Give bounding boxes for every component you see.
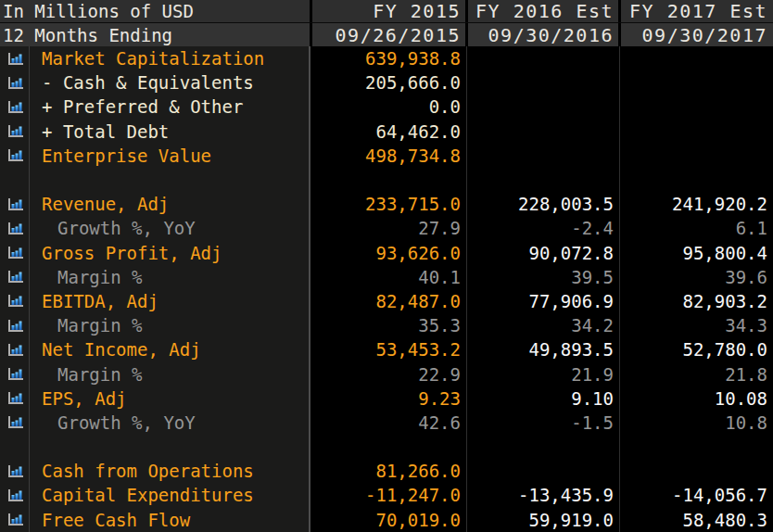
table-row: Market Capitalization639,938.8: [0, 46, 773, 70]
value-cell: 81,266.0: [310, 461, 465, 481]
table-row: Revenue, Adj233,715.0228,003.5241,920.2: [0, 192, 773, 216]
row-gutter: [0, 488, 30, 502]
table-body: Market Capitalization639,938.8- Cash & E…: [0, 46, 773, 532]
value-cell: 228,003.5: [465, 194, 618, 214]
value-cell: 58,480.3: [618, 510, 773, 530]
table-row: Margin %22.921.921.8: [0, 361, 773, 386]
value-cell: -13,435.9: [465, 485, 618, 505]
bar-chart-icon[interactable]: [7, 100, 24, 114]
value-cell: 53,453.2: [310, 339, 465, 360]
table-row: Gross Profit, Adj93,626.090,072.895,800.…: [0, 241, 773, 265]
row-label: Margin %: [30, 315, 310, 336]
row-gutter: [0, 100, 30, 114]
row-gutter: [0, 52, 30, 66]
bar-chart-icon[interactable]: [7, 148, 24, 162]
value-cell: 21.8: [618, 364, 773, 385]
bar-chart-icon[interactable]: [7, 415, 24, 429]
table-row: EPS, Adj9.239.1010.08: [0, 386, 773, 411]
table-row: Enterprise Value498,734.8: [0, 144, 773, 168]
value-cell: 90,072.8: [465, 243, 618, 263]
row-gutter: [0, 197, 30, 211]
bar-chart-icon[interactable]: [7, 124, 24, 138]
row-label: Growth %, YoY: [30, 218, 310, 238]
row-label: Margin %: [30, 267, 310, 287]
bar-chart-icon[interactable]: [7, 76, 24, 90]
table-row: + Total Debt64,462.0: [0, 120, 773, 144]
value-cell: 93,626.0: [310, 243, 465, 263]
value-cell: 39.5: [465, 267, 618, 287]
row-gutter: [0, 148, 30, 162]
bar-chart-icon[interactable]: [7, 319, 24, 333]
bar-chart-icon[interactable]: [7, 246, 24, 260]
value-cell: 9.10: [465, 388, 618, 409]
bar-chart-icon[interactable]: [7, 488, 24, 502]
table-row: EBITDA, Adj82,487.077,906.982,903.2: [0, 289, 773, 313]
row-gutter: [0, 222, 30, 235]
value-cell: -2.4: [465, 218, 618, 238]
row-gutter: [0, 391, 30, 405]
row-gutter: [0, 367, 30, 381]
bar-chart-icon[interactable]: [7, 222, 24, 235]
row-label: Net Income, Adj: [30, 339, 310, 360]
value-cell: 21.9: [465, 364, 618, 385]
bar-chart-icon[interactable]: [7, 367, 24, 381]
bar-chart-icon[interactable]: [7, 343, 24, 357]
column-date-fy2017: 09/30/2017: [621, 23, 773, 46]
table-row: Margin %40.139.539.6: [0, 265, 773, 289]
bar-chart-icon[interactable]: [7, 391, 24, 405]
table-row: Net Income, Adj53,453.249,893.552,780.0: [0, 337, 773, 361]
table-row: - Cash & Equivalents205,666.0: [0, 70, 773, 95]
value-cell: 95,800.4: [618, 243, 773, 263]
row-label: Gross Profit, Adj: [30, 243, 310, 263]
table-body-area: Market Capitalization639,938.8- Cash & E…: [0, 46, 773, 532]
value-cell: -14,056.7: [618, 485, 773, 505]
value-cell: 27.9: [310, 218, 465, 238]
column-date-fy2015: 09/26/2015: [312, 23, 465, 46]
value-cell: 82,903.2: [618, 291, 773, 311]
row-gutter: [0, 270, 30, 284]
column-header-fy2017: FY 2017 Est: [621, 0, 773, 22]
table-row: Margin %35.334.234.3: [0, 313, 773, 337]
row-gutter: [0, 124, 30, 138]
value-cell: 10.08: [618, 388, 773, 409]
row-label: - Cash & Equivalents: [30, 72, 310, 93]
row-label: Capital Expenditures: [30, 485, 310, 505]
row-label: Growth %, YoY: [30, 412, 310, 433]
bar-chart-icon[interactable]: [7, 464, 24, 478]
table-row: Cash from Operations81,266.0: [0, 459, 773, 483]
bar-chart-icon[interactable]: [7, 197, 24, 211]
row-label: Enterprise Value: [30, 146, 310, 166]
table-row: [0, 168, 773, 192]
value-cell: 39.6: [618, 267, 773, 287]
value-cell: 52,780.0: [618, 339, 773, 360]
value-cell: 40.1: [310, 267, 465, 287]
row-gutter: [0, 246, 30, 260]
table-row: Growth %, YoY42.6-1.510.8: [0, 411, 773, 435]
value-cell: 42.6: [310, 412, 465, 433]
bar-chart-icon[interactable]: [7, 513, 24, 526]
value-cell: 6.1: [618, 218, 773, 238]
value-cell: 49,893.5: [465, 339, 618, 360]
value-cell: 70,019.0: [310, 510, 465, 530]
period-ending-header: 12 Months Ending: [0, 23, 310, 46]
table-row: [0, 435, 773, 459]
value-cell: 233,715.0: [310, 194, 465, 214]
value-cell: 9.23: [310, 388, 465, 409]
value-cell: 10.8: [618, 412, 773, 433]
value-cell: 64,462.0: [310, 121, 465, 142]
bar-chart-icon[interactable]: [7, 52, 24, 66]
value-cell: 498,734.8: [310, 146, 465, 166]
row-gutter: [0, 343, 30, 357]
value-cell: 241,920.2: [618, 194, 773, 214]
column-header-fy2016: FY 2016 Est: [468, 0, 618, 22]
value-cell: 34.2: [465, 315, 618, 336]
value-cell: 77,906.9: [465, 291, 618, 311]
row-label: EBITDA, Adj: [30, 291, 310, 311]
units-header: In Millions of USD: [0, 0, 310, 22]
value-cell: -1.5: [465, 412, 618, 433]
row-label: Revenue, Adj: [30, 194, 310, 214]
bar-chart-icon[interactable]: [7, 294, 24, 308]
row-gutter: [0, 415, 30, 429]
header-row-dates: 12 Months Ending 09/26/2015 09/30/2016 0…: [0, 23, 773, 46]
bar-chart-icon[interactable]: [7, 270, 24, 284]
